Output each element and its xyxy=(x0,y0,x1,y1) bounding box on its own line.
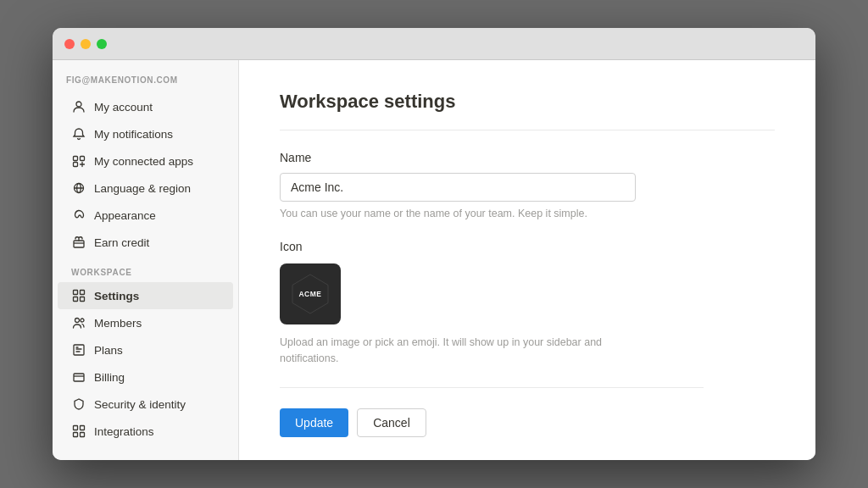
workspace-section-label: WORKSPACE xyxy=(58,256,238,282)
icon-field-hint: Upload an image or pick an emoji. It wil… xyxy=(280,335,636,367)
notifications-icon xyxy=(71,126,86,141)
svg-rect-9 xyxy=(74,297,78,302)
sidebar-item-security-identity[interactable]: Security & identity xyxy=(58,391,233,418)
language-icon xyxy=(71,180,86,196)
sidebar-item-language-region[interactable]: Language & region xyxy=(58,175,233,202)
page-title: Workspace settings xyxy=(280,91,775,113)
title-divider xyxy=(280,130,775,130)
svg-rect-7 xyxy=(74,291,78,295)
sidebar-item-label: Appearance xyxy=(94,209,156,222)
billing-icon xyxy=(71,369,86,385)
svg-rect-2 xyxy=(81,157,85,161)
svg-rect-6 xyxy=(74,241,84,247)
bottom-divider xyxy=(280,387,704,388)
cancel-button[interactable]: Cancel xyxy=(357,408,426,437)
sidebar-item-members[interactable]: Members xyxy=(58,309,233,336)
button-row: Update Cancel xyxy=(280,408,775,437)
sidebar-item-label: Members xyxy=(94,317,142,330)
icon-section: Icon ACME Upload an image or pick an emo… xyxy=(280,240,775,367)
integrations-icon xyxy=(71,424,86,439)
appearance-icon xyxy=(71,208,86,223)
workspace-name-input[interactable] xyxy=(280,173,636,202)
svg-rect-15 xyxy=(74,426,78,430)
security-icon xyxy=(71,396,86,412)
connected-apps-icon xyxy=(71,153,86,169)
svg-rect-18 xyxy=(81,433,85,437)
sidebar-item-my-notifications[interactable]: My notifications xyxy=(58,120,233,147)
sidebar-item-appearance[interactable]: Appearance xyxy=(58,202,233,229)
sidebar-item-billing[interactable]: Billing xyxy=(58,363,233,391)
sidebar-item-label: Billing xyxy=(94,371,125,384)
svg-rect-16 xyxy=(81,426,85,430)
close-button[interactable] xyxy=(64,39,75,49)
titlebar xyxy=(53,28,815,60)
account-icon xyxy=(71,99,86,114)
sidebar: FIG@MAKENOTION.COM My account My notific… xyxy=(53,60,239,460)
icon-field-label: Icon xyxy=(280,240,775,253)
name-field-hint: You can use your name or the name of you… xyxy=(280,208,636,219)
sidebar-item-label: Language & region xyxy=(94,182,191,195)
svg-rect-3 xyxy=(74,163,78,167)
sidebar-item-label: Earn credit xyxy=(94,236,149,249)
sidebar-item-plans[interactable]: Plans xyxy=(58,336,233,363)
svg-point-0 xyxy=(76,102,81,107)
sidebar-item-settings[interactable]: Settings xyxy=(58,282,233,309)
minimize-button[interactable] xyxy=(81,39,91,49)
settings-icon xyxy=(71,288,86,303)
icon-preview[interactable]: ACME xyxy=(280,263,341,324)
svg-rect-17 xyxy=(74,433,78,437)
earn-credit-icon xyxy=(71,235,86,250)
members-icon xyxy=(71,315,86,330)
svg-point-11 xyxy=(75,319,80,323)
sidebar-item-label: Integrations xyxy=(94,425,154,438)
sidebar-item-label: My connected apps xyxy=(94,155,193,168)
main-content: Workspace settings Name You can use your… xyxy=(239,60,815,460)
sidebar-item-label: Plans xyxy=(94,344,123,357)
update-button[interactable]: Update xyxy=(280,408,348,437)
sidebar-item-label: My account xyxy=(94,101,153,114)
sidebar-item-label: Security & identity xyxy=(94,398,186,411)
svg-point-12 xyxy=(81,319,84,322)
name-field-label: Name xyxy=(280,151,775,164)
sidebar-item-my-connected-apps[interactable]: My connected apps xyxy=(58,147,233,175)
sidebar-email: FIG@MAKENOTION.COM xyxy=(53,75,238,93)
window-body: FIG@MAKENOTION.COM My account My notific… xyxy=(53,60,815,460)
sidebar-item-label: Settings xyxy=(94,290,139,302)
svg-rect-8 xyxy=(81,291,85,295)
sidebar-item-integrations[interactable]: Integrations xyxy=(58,418,233,445)
app-window: FIG@MAKENOTION.COM My account My notific… xyxy=(53,28,815,460)
sidebar-item-my-account[interactable]: My account xyxy=(58,93,233,120)
svg-rect-10 xyxy=(81,297,85,302)
svg-rect-13 xyxy=(74,345,84,355)
sidebar-item-label: My notifications xyxy=(94,128,173,141)
plans-icon xyxy=(71,342,86,358)
svg-rect-14 xyxy=(74,374,84,381)
fullscreen-button[interactable] xyxy=(97,39,107,49)
svg-text:ACME: ACME xyxy=(298,290,321,298)
svg-rect-1 xyxy=(74,157,78,161)
sidebar-item-earn-credit[interactable]: Earn credit xyxy=(58,229,233,256)
